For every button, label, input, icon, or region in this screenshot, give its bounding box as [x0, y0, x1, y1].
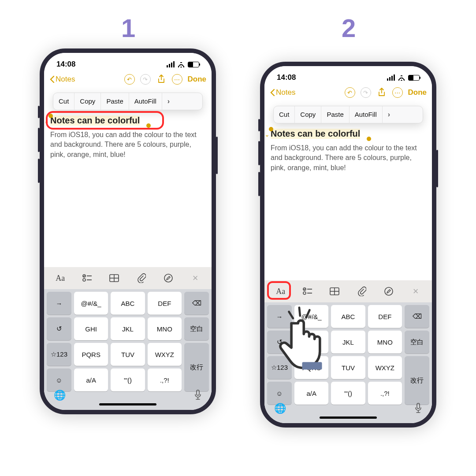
share-button[interactable] — [154, 72, 168, 86]
more-button[interactable]: ⋯ — [170, 72, 184, 86]
key-tuv[interactable]: TUV — [111, 343, 145, 366]
battery-icon — [188, 62, 199, 67]
redo-button[interactable]: ↷ — [138, 72, 152, 86]
key-space[interactable]: 空白 — [184, 317, 209, 340]
toolbar-close[interactable]: × — [186, 271, 205, 285]
key-quotes[interactable]: '"() — [111, 368, 145, 391]
menu-more[interactable]: › — [162, 93, 175, 110]
text-format-button[interactable]: Aa — [51, 271, 70, 285]
svg-point-11 — [303, 292, 306, 294]
svg-point-7 — [164, 274, 172, 282]
markup-button[interactable] — [379, 285, 398, 298]
key-jkl[interactable]: JKL — [111, 317, 145, 340]
menu-cut[interactable]: Cut — [53, 93, 74, 110]
more-button[interactable]: ⋯ — [390, 86, 405, 100]
svg-line-19 — [299, 308, 300, 316]
dictate-button[interactable] — [194, 390, 202, 401]
svg-line-20 — [306, 310, 310, 317]
note-heading[interactable]: Notes can be colorful — [271, 129, 360, 139]
signal-icon — [167, 61, 175, 67]
share-icon — [377, 87, 386, 98]
table-button[interactable] — [325, 285, 344, 298]
menu-copy[interactable]: Copy — [74, 93, 101, 110]
key-abc[interactable]: ABC — [111, 292, 145, 315]
pen-circle-icon — [164, 273, 173, 283]
key-punct[interactable]: .,?! — [148, 368, 182, 391]
svg-line-18 — [289, 312, 293, 318]
menu-copy[interactable]: Copy — [295, 106, 321, 123]
checklist-icon — [303, 287, 312, 295]
checklist-icon — [82, 274, 92, 282]
menu-cut[interactable]: Cut — [274, 106, 295, 123]
key-undo[interactable]: ↺ — [47, 317, 71, 340]
status-time: 14:08 — [56, 60, 75, 69]
globe-button[interactable]: 🌐 — [274, 403, 286, 414]
key-emoji[interactable]: ☺ — [47, 368, 71, 391]
key-wxyz[interactable]: WXYZ — [148, 343, 182, 366]
note-body[interactable]: From iOS18, you can add the colour to th… — [50, 130, 205, 160]
key-case[interactable]: a/A — [74, 368, 108, 391]
key-backspace[interactable]: ⌫ — [184, 292, 209, 315]
key-pqrs[interactable]: PQRS — [74, 343, 108, 366]
format-toolbar: Aa × — [44, 267, 212, 289]
key-def[interactable]: DEF — [148, 292, 182, 315]
toolbar-close[interactable]: × — [406, 285, 425, 298]
key-return[interactable]: 改行 — [405, 356, 429, 405]
key-mno[interactable]: MNO — [368, 331, 402, 353]
svg-rect-17 — [417, 403, 420, 409]
checklist-button[interactable] — [78, 271, 97, 285]
key-punct[interactable]: .,?! — [368, 382, 402, 405]
selection-handle-end[interactable] — [367, 137, 371, 141]
key-return[interactable]: 改行 — [184, 343, 209, 391]
menu-paste[interactable]: Paste — [321, 106, 349, 123]
globe-button[interactable]: 🌐 — [54, 390, 66, 401]
redo-button[interactable]: ↷ — [359, 86, 373, 100]
status-time: 14:08 — [277, 73, 296, 82]
key-sym[interactable]: @#/&_ — [74, 292, 108, 315]
fold-caret-icon: ⌄ — [264, 131, 270, 138]
selection-handle-start[interactable] — [269, 127, 273, 131]
svg-point-2 — [83, 279, 86, 281]
markup-button[interactable] — [159, 271, 178, 285]
back-button[interactable]: Notes — [49, 75, 75, 84]
step-label-2: 2 — [342, 13, 356, 43]
key-quotes[interactable]: '"() — [331, 382, 365, 405]
paperclip-icon — [137, 273, 146, 283]
tutorial-highlight — [267, 281, 291, 300]
menu-more[interactable]: › — [383, 106, 395, 123]
key-mno[interactable]: MNO — [148, 317, 182, 340]
wifi-icon — [398, 74, 405, 81]
back-button[interactable]: Notes — [270, 88, 295, 97]
key-ghi[interactable]: GHI — [74, 317, 108, 340]
chevron-left-icon — [49, 75, 55, 83]
key-numbers[interactable]: ☆123 — [47, 343, 71, 366]
menu-autofill[interactable]: AutoFill — [129, 93, 162, 110]
table-button[interactable] — [105, 271, 123, 285]
share-icon — [157, 74, 166, 85]
key-def[interactable]: DEF — [368, 305, 402, 328]
key-emoji[interactable]: ☺ — [267, 382, 292, 405]
dictate-button[interactable] — [414, 403, 422, 414]
mic-icon — [414, 403, 422, 413]
key-backspace[interactable]: ⌫ — [405, 305, 429, 328]
checklist-button[interactable] — [298, 285, 317, 298]
done-button[interactable]: Done — [408, 88, 427, 97]
nav-bar: Notes ↶ ↷ ⋯ Done — [44, 71, 212, 90]
undo-button[interactable]: ↶ — [343, 86, 357, 100]
attach-button[interactable] — [353, 285, 371, 298]
menu-paste[interactable]: Paste — [101, 93, 129, 110]
key-space[interactable]: 空白 — [405, 331, 429, 353]
note-body[interactable]: From iOS18, you can add the colour to th… — [271, 143, 426, 173]
attach-button[interactable] — [132, 271, 151, 285]
key-case[interactable]: a/A — [294, 382, 328, 405]
wifi-icon — [177, 61, 185, 67]
undo-button[interactable]: ↶ — [123, 72, 137, 86]
key-shift-arrow[interactable]: → — [47, 292, 71, 315]
tap-cursor-icon — [272, 304, 338, 375]
done-button[interactable]: Done — [188, 75, 207, 84]
share-button[interactable] — [375, 86, 389, 100]
chevron-left-icon — [270, 89, 275, 97]
format-toolbar: Aa × — [264, 280, 432, 302]
key-wxyz[interactable]: WXYZ — [368, 356, 402, 379]
menu-autofill[interactable]: AutoFill — [350, 106, 383, 123]
